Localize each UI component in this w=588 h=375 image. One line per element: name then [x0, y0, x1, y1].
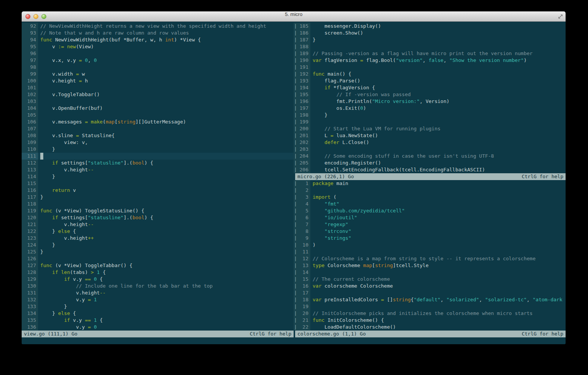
code-line[interactable]: 104 v.OpenBuffer(buf) [22, 105, 294, 112]
gutter-cell: |14 [294, 269, 310, 276]
code-line[interactable]: |195 // If -version was passed [294, 91, 566, 98]
code-line[interactable]: 117} [22, 194, 294, 201]
code-line[interactable]: |2 [294, 187, 566, 194]
code-line[interactable]: |14 [294, 269, 566, 276]
code-line[interactable]: 126 [22, 255, 294, 262]
code-line[interactable]: |16var colorscheme Colorscheme [294, 283, 566, 290]
title-bar[interactable]: 5. micro [22, 11, 566, 22]
code-line[interactable]: 103 [22, 98, 294, 105]
code-line[interactable]: 95 v := new(View) [22, 43, 294, 50]
code-line[interactable]: |193 flag.Parse() [294, 78, 566, 84]
code-line[interactable]: 127func (v *View) ToggleTabbar() { [22, 262, 294, 269]
line-number: 109 [22, 139, 38, 146]
pane-colorscheme-go[interactable]: |1package main|2|3import (|4 "fmt"|5 "gi… [294, 180, 566, 331]
code-line[interactable]: 115 [22, 180, 294, 187]
code-line[interactable]: |10) [294, 242, 566, 248]
fullscreen-icon[interactable] [558, 14, 563, 19]
code-line[interactable]: 107 [22, 125, 294, 132]
line-number: 134 [22, 310, 38, 317]
code-line[interactable]: 128 if len(tabs) > 1 { [22, 269, 294, 276]
code-line[interactable]: |3import ( [294, 194, 566, 201]
code-line[interactable]: |203 [294, 146, 566, 153]
code-line[interactable]: 114 } [22, 173, 294, 180]
code-line[interactable]: |205 encoding.Register() [294, 160, 566, 166]
code-line[interactable]: 136 v.y = 0 [22, 324, 294, 331]
code-line[interactable]: |13type Colorscheme map[string]tcell.Sty… [294, 262, 566, 269]
code-line[interactable]: 124 } [22, 242, 294, 248]
code-line[interactable]: 94func NewViewWidthHeight(buf *Buffer, w… [22, 36, 294, 43]
code-line[interactable]: 113 v.height-- [22, 166, 294, 173]
code-line[interactable]: |17 [294, 290, 566, 296]
code-line[interactable]: |197 os.Exit(0) [294, 105, 566, 112]
code-line[interactable]: |15// The current colorscheme [294, 276, 566, 283]
code-line[interactable]: |8 "strconv" [294, 228, 566, 235]
code-text: func main() { [310, 71, 566, 78]
code-line[interactable]: 102 v.ToggleTabbar() [22, 91, 294, 98]
code-line[interactable]: |11 [294, 248, 566, 255]
code-line[interactable]: 133 } [22, 303, 294, 310]
code-line[interactable]: 119func (v *View) ToggleStatusLine() { [22, 207, 294, 214]
code-line[interactable]: 130 // Include one line for the tab bar … [22, 283, 294, 290]
code-line[interactable]: |18var preInstalledColors = []string{"de… [294, 296, 566, 303]
code-line[interactable]: |187} [294, 36, 566, 43]
code-line[interactable]: |199 [294, 119, 566, 125]
code-line[interactable]: |188 [294, 43, 566, 50]
code-line[interactable]: |1package main [294, 180, 566, 187]
code-line[interactable]: 96 [22, 50, 294, 57]
code-line[interactable]: |198 } [294, 112, 566, 119]
code-line[interactable]: |196 fmt.Println("Micro version:", Versi… [294, 98, 566, 105]
code-line[interactable]: |185 messenger.Display() [294, 23, 566, 30]
code-line[interactable]: 106 v.messages = make(map[string][]Gutte… [22, 119, 294, 125]
code-line[interactable]: |186 screen.Show() [294, 30, 566, 36]
code-line[interactable]: |4 "fmt" [294, 201, 566, 207]
code-line[interactable]: 98 [22, 64, 294, 71]
code-line[interactable]: |204 // Some encoding stuff in case the … [294, 153, 566, 160]
code-line[interactable]: 110 } [22, 146, 294, 153]
code-line[interactable]: |20// InitColorscheme picks and initiali… [294, 310, 566, 317]
code-line[interactable]: 92// NewViewWidthHeight returns a new vi… [22, 23, 294, 30]
code-line[interactable]: |6 "io/ioutil" [294, 214, 566, 221]
code-line[interactable]: |194 if *flagVersion { [294, 84, 566, 91]
code-line[interactable]: 105 [22, 112, 294, 119]
code-line[interactable]: 135 if v.y == 1 { [22, 317, 294, 324]
code-line[interactable]: 122 } else { [22, 228, 294, 235]
code-line[interactable]: |21func InitColorscheme() { [294, 317, 566, 324]
code-line[interactable]: |189// Passing -version as a flag will h… [294, 50, 566, 57]
code-line[interactable]: 134 } else { [22, 310, 294, 317]
code-line[interactable]: 129 if v.y == 0 { [22, 276, 294, 283]
code-line[interactable]: |5 "github.com/zyedidia/tcell" [294, 207, 566, 214]
code-line[interactable]: |190var flagVersion = flag.Bool("version… [294, 57, 566, 64]
code-line[interactable]: |19 [294, 303, 566, 310]
code-line[interactable]: |22 LoadDefaultColorscheme() [294, 324, 566, 331]
code-line[interactable]: |12// Colorscheme is a map from string t… [294, 255, 566, 262]
command-line[interactable] [22, 337, 566, 344]
code-line[interactable]: |206 tcell.SetEncodingFallback(tcell.Enc… [294, 166, 566, 173]
code-line[interactable]: |7 "regexp" [294, 221, 566, 228]
gutter-cell: |185 [294, 23, 310, 30]
code-line[interactable]: 100 v.height = h [22, 78, 294, 84]
code-line[interactable]: |201 L = lua.NewState() [294, 132, 566, 139]
pane-view-go[interactable]: 92// NewViewWidthHeight returns a new vi… [22, 22, 294, 331]
code-line[interactable]: 118 [22, 201, 294, 207]
code-line[interactable]: 120 if settings["statusline"].(bool) { [22, 214, 294, 221]
code-line[interactable]: 109 view: v, [22, 139, 294, 146]
code-line[interactable]: |9 "strings" [294, 235, 566, 242]
code-line[interactable]: 121 v.height-- [22, 221, 294, 228]
code-line[interactable]: |200 // Start the Lua VM for running plu… [294, 125, 566, 132]
code-line[interactable]: 108 v.sline = Statusline{ [22, 132, 294, 139]
code-line[interactable]: 125} [22, 248, 294, 255]
code-line[interactable]: 101 [22, 84, 294, 91]
code-line[interactable]: 132 v.y = 1 [22, 296, 294, 303]
code-line[interactable]: 97 v.x, v.y = 0, 0 [22, 57, 294, 64]
code-line[interactable]: 112 if settings["statusline"].(bool) { [22, 160, 294, 166]
code-line[interactable]: |191 [294, 64, 566, 71]
pane-micro-go[interactable]: |185 messenger.Display()|186 screen.Show… [294, 22, 566, 173]
code-line[interactable]: 131 v.height-- [22, 290, 294, 296]
code-line[interactable]: 99 v.width = w [22, 71, 294, 78]
code-line[interactable]: |202 defer L.Close() [294, 139, 566, 146]
code-line[interactable]: 116 return v [22, 187, 294, 194]
code-line[interactable]: 111 [22, 153, 294, 160]
code-line[interactable]: 93// Note that w and h are raw column an… [22, 30, 294, 36]
code-line[interactable]: |192func main() { [294, 71, 566, 78]
code-line[interactable]: 123 v.height++ [22, 235, 294, 242]
